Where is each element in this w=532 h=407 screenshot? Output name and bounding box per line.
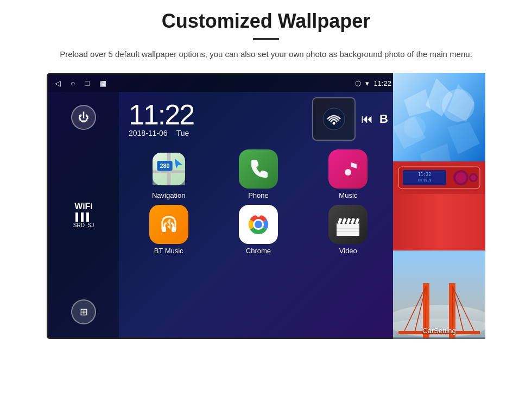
car-stereo-svg: 11:22 FM 87.9 bbox=[393, 161, 485, 194]
page-container: Customized Wallpaper Preload over 5 defa… bbox=[0, 0, 532, 407]
phone-app-icon bbox=[239, 149, 278, 189]
app-item-video[interactable]: Video bbox=[306, 205, 390, 255]
video-app-label: Video bbox=[339, 247, 357, 255]
back-nav-icon[interactable]: ◁ bbox=[55, 79, 61, 87]
apps-grid-icon: ⊞ bbox=[80, 306, 88, 318]
svg-text:280: 280 bbox=[160, 162, 169, 169]
app-item-music[interactable]: Music bbox=[306, 149, 390, 199]
svg-text:11:22: 11:22 bbox=[418, 172, 431, 177]
wallpaper-panel-bottom[interactable]: CarSetting bbox=[393, 251, 485, 339]
ice-wallpaper-svg bbox=[393, 73, 485, 161]
music-icon-svg bbox=[336, 157, 360, 181]
android-screen: ◁ ○ □ ▦ ⬡ ▾ 11:22 ⏻ bbox=[47, 73, 400, 339]
media-widget: ⏮ B bbox=[312, 97, 388, 141]
media-controls: ⏮ B bbox=[361, 112, 388, 126]
page-description: Preload over 5 default wallpaper options… bbox=[60, 48, 472, 61]
svg-rect-11 bbox=[172, 227, 176, 232]
svg-point-41 bbox=[471, 175, 476, 180]
android-screen-wrapper: ◁ ○ □ ▦ ⬡ ▾ 11:22 ⏻ bbox=[47, 73, 485, 339]
navigation-app-icon: 280 bbox=[149, 149, 188, 189]
svg-rect-56 bbox=[393, 337, 485, 339]
navigation-icon-svg: 280 bbox=[153, 153, 185, 185]
wallpaper-panels: 11:22 FM 87.9 bbox=[393, 73, 485, 339]
nav-icons: ◁ ○ □ ▦ bbox=[55, 79, 106, 87]
clock-date: 2018-11-06 Tue bbox=[129, 129, 194, 137]
chrome-app-label: Chrome bbox=[246, 247, 271, 255]
carsetting-label[interactable]: CarSetting bbox=[393, 327, 485, 335]
wifi-block: WiFi ▌▌▌ SRD_SJ bbox=[73, 202, 94, 228]
svg-point-39 bbox=[455, 172, 466, 183]
svg-text:FM 87.9: FM 87.9 bbox=[417, 178, 432, 182]
power-button[interactable]: ⏻ bbox=[71, 105, 96, 130]
app-grid: 280 Navigation bbox=[124, 149, 392, 255]
clock-block: 11:22 2018-11-06 Tue bbox=[129, 101, 194, 137]
status-right: ⬡ ▾ 11:22 bbox=[355, 79, 391, 87]
camera-nav-icon[interactable]: ▦ bbox=[99, 79, 106, 87]
sidebar: ⏻ WiFi ▌▌▌ SRD_SJ ⊞ bbox=[48, 92, 119, 337]
svg-line-51 bbox=[426, 286, 426, 332]
page-title: Customized Wallpaper bbox=[162, 10, 371, 33]
clock-area: 11:22 2018-11-06 Tue bbox=[124, 97, 392, 141]
home-nav-icon[interactable]: ○ bbox=[71, 79, 75, 87]
music-app-label: Music bbox=[339, 191, 357, 199]
center-content: 11:22 2018-11-06 Tue bbox=[119, 92, 398, 337]
svg-point-13 bbox=[255, 221, 262, 228]
bridge-wallpaper-svg bbox=[393, 251, 485, 339]
media-app-icon bbox=[322, 107, 346, 131]
wifi-title: WiFi bbox=[73, 202, 94, 211]
phone-icon-svg bbox=[246, 157, 270, 181]
recent-nav-icon[interactable]: □ bbox=[85, 79, 89, 87]
svg-line-54 bbox=[452, 286, 453, 332]
btmusic-icon-svg bbox=[157, 212, 181, 236]
apps-button[interactable]: ⊞ bbox=[71, 299, 96, 324]
svg-point-1 bbox=[333, 122, 335, 125]
phone-app-label: Phone bbox=[248, 191, 269, 199]
svg-point-34 bbox=[404, 116, 426, 138]
svg-rect-23 bbox=[337, 224, 359, 236]
wifi-signal-bars: ▌▌▌ bbox=[73, 212, 94, 221]
btmusic-app-label: BT Music bbox=[154, 247, 183, 255]
next-track-label: B bbox=[379, 112, 388, 126]
btmusic-app-icon bbox=[149, 205, 188, 244]
app-item-phone[interactable]: Phone bbox=[216, 149, 300, 199]
video-app-icon bbox=[328, 205, 368, 244]
wifi-icon: ▾ bbox=[365, 79, 369, 87]
prev-track-icon[interactable]: ⏮ bbox=[361, 112, 373, 126]
clock-day-value: Tue bbox=[176, 129, 189, 137]
power-icon: ⏻ bbox=[78, 111, 89, 124]
media-album-art bbox=[312, 97, 356, 141]
app-item-btmusic[interactable]: BT Music bbox=[126, 205, 211, 255]
chrome-app-icon bbox=[239, 205, 278, 244]
svg-point-9 bbox=[345, 169, 351, 176]
location-icon: ⬡ bbox=[355, 79, 361, 87]
navigation-app-label: Navigation bbox=[152, 191, 185, 199]
music-app-icon bbox=[328, 149, 368, 189]
clock-time: 11:22 bbox=[129, 101, 194, 129]
clock-date-value: 2018-11-06 bbox=[129, 129, 168, 137]
svg-rect-10 bbox=[162, 227, 166, 232]
wallpaper-panel-middle[interactable]: 11:22 FM 87.9 bbox=[393, 161, 485, 250]
status-time: 11:22 bbox=[373, 79, 391, 87]
video-icon-svg bbox=[333, 210, 363, 239]
status-bar: ◁ ○ □ ▦ ⬡ ▾ 11:22 bbox=[48, 74, 398, 92]
svg-point-33 bbox=[442, 89, 474, 122]
title-divider bbox=[253, 38, 279, 40]
chrome-icon-svg bbox=[241, 207, 276, 242]
wallpaper-panel-top[interactable] bbox=[393, 73, 485, 161]
app-item-navigation[interactable]: 280 Navigation bbox=[126, 149, 211, 199]
app-item-chrome[interactable]: Chrome bbox=[216, 205, 300, 255]
wifi-ssid: SRD_SJ bbox=[73, 222, 94, 228]
main-area: ⏻ WiFi ▌▌▌ SRD_SJ ⊞ bbox=[48, 92, 398, 337]
